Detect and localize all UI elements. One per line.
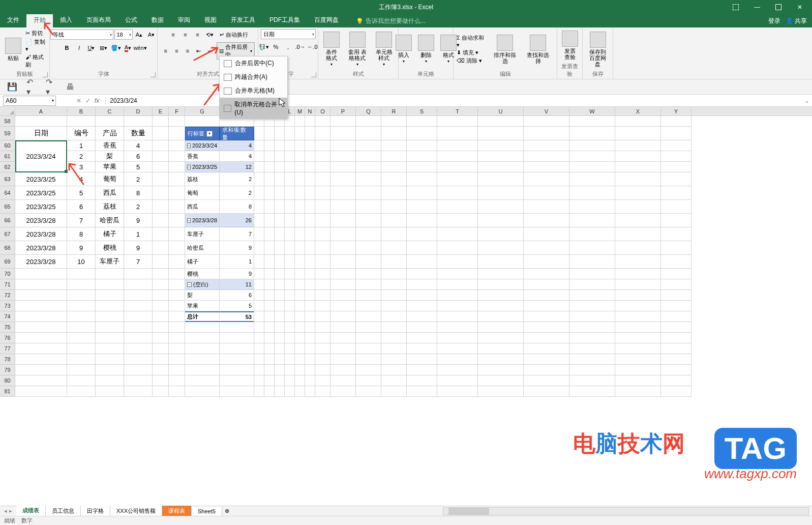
cell[interactable]	[315, 386, 330, 397]
cell[interactable]	[330, 269, 356, 279]
cell[interactable]	[407, 186, 437, 200]
cell[interactable]	[356, 186, 381, 200]
cell[interactable]: 7	[67, 214, 96, 227]
cell[interactable]	[478, 322, 524, 333]
cell[interactable]	[315, 186, 330, 200]
cell[interactable]: 9	[220, 241, 254, 255]
cell[interactable]: 4	[124, 140, 153, 151]
cell[interactable]	[305, 333, 315, 343]
cell[interactable]	[285, 214, 295, 227]
cell[interactable]: 求和项:数量	[220, 127, 254, 140]
cell[interactable]	[615, 375, 661, 386]
cell[interactable]	[569, 269, 615, 279]
undo-button[interactable]: ↶ ▾	[26, 82, 37, 92]
cell[interactable]	[381, 290, 407, 301]
cell[interactable]	[569, 116, 615, 127]
cell[interactable]: 3	[67, 162, 96, 172]
cell[interactable]	[285, 200, 295, 214]
cancel-formula-button[interactable]: ✕	[76, 97, 81, 104]
cell[interactable]	[381, 214, 407, 227]
cell[interactable]	[330, 127, 356, 140]
cell[interactable]	[407, 116, 437, 127]
fill-button[interactable]: ⬇ 填充 ▾	[457, 49, 488, 56]
cell[interactable]	[524, 333, 569, 343]
cell[interactable]	[478, 343, 524, 354]
cell[interactable]	[437, 375, 478, 386]
tab-layout[interactable]: 页面布局	[79, 13, 118, 27]
cell[interactable]	[330, 354, 356, 365]
cell[interactable]	[315, 200, 330, 214]
cell[interactable]	[437, 354, 478, 365]
cell[interactable]	[305, 186, 315, 200]
cell[interactable]	[254, 333, 264, 343]
cell[interactable]: 26	[220, 214, 254, 227]
cell[interactable]	[264, 354, 275, 365]
font-launcher[interactable]	[151, 72, 156, 77]
cell[interactable]	[153, 162, 169, 172]
cell[interactable]	[407, 386, 437, 397]
cell[interactable]	[67, 375, 96, 386]
cell[interactable]	[264, 290, 275, 301]
cell[interactable]	[524, 214, 569, 227]
cell[interactable]	[330, 322, 356, 333]
cell[interactable]	[124, 311, 153, 322]
tab-data[interactable]: 数据	[144, 13, 171, 27]
cell[interactable]	[315, 162, 330, 172]
cell[interactable]	[295, 214, 305, 227]
select-all-corner[interactable]	[0, 107, 15, 116]
cell[interactable]	[15, 375, 67, 386]
cell[interactable]	[169, 214, 185, 227]
cell[interactable]	[295, 333, 305, 343]
clear-button[interactable]: ⌫ 清除 ▾	[457, 57, 488, 65]
cell[interactable]	[478, 151, 524, 162]
font-name-combo[interactable]: 等线▾	[50, 30, 113, 40]
cell[interactable]	[153, 311, 169, 322]
cell[interactable]	[264, 151, 275, 162]
cell[interactable]	[437, 241, 478, 255]
cell[interactable]: 9	[124, 214, 153, 227]
cell[interactable]: 葡萄	[185, 186, 220, 200]
cell[interactable]	[661, 279, 691, 290]
cell[interactable]	[437, 269, 478, 279]
cell[interactable]	[315, 279, 330, 290]
cell[interactable]	[569, 279, 615, 290]
cell[interactable]	[381, 151, 407, 162]
cell[interactable]	[254, 375, 264, 386]
cell[interactable]	[315, 227, 330, 241]
cell[interactable]	[437, 227, 478, 241]
cell[interactable]	[661, 227, 691, 241]
cell[interactable]	[220, 333, 254, 343]
cell[interactable]	[407, 311, 437, 322]
cell[interactable]	[15, 322, 67, 333]
cell[interactable]	[124, 365, 153, 375]
cell[interactable]	[330, 333, 356, 343]
cell[interactable]	[569, 365, 615, 375]
cell[interactable]	[153, 186, 169, 200]
cell[interactable]	[153, 200, 169, 214]
cell[interactable]	[305, 301, 315, 311]
cell[interactable]: 1	[67, 140, 96, 151]
cell[interactable]	[478, 354, 524, 365]
unmerge-item[interactable]: 取消单元格合并(U)	[220, 98, 287, 119]
maximize-button[interactable]	[768, 1, 789, 13]
decrease-font-button[interactable]: A▾	[146, 29, 157, 40]
cell[interactable]	[285, 241, 295, 255]
cell[interactable]	[285, 365, 295, 375]
cell[interactable]: 香蕉	[185, 151, 220, 162]
cell[interactable]	[124, 386, 153, 397]
cell[interactable]	[153, 375, 169, 386]
cell[interactable]	[305, 375, 315, 386]
cell[interactable]	[295, 311, 305, 322]
table-format-button[interactable]: 套用 表格格式▾	[344, 31, 371, 68]
add-sheet-button[interactable]: ⊕	[222, 508, 232, 514]
cell[interactable]	[254, 311, 264, 322]
cell[interactable]	[437, 127, 478, 140]
cell[interactable]	[569, 255, 615, 269]
cell[interactable]	[330, 375, 356, 386]
cell[interactable]	[15, 290, 67, 301]
cell[interactable]	[153, 241, 169, 255]
cell[interactable]	[67, 343, 96, 354]
cell[interactable]	[478, 301, 524, 311]
cell[interactable]	[569, 172, 615, 186]
cell[interactable]	[615, 116, 661, 127]
